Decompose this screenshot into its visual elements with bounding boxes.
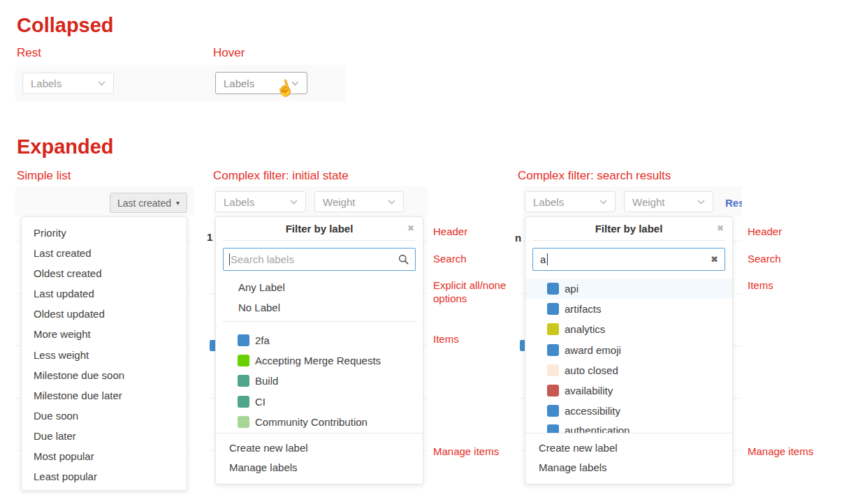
reset-labels-link[interactable]: Res <box>725 197 742 209</box>
search-labels-input[interactable] <box>223 248 416 271</box>
annotation-search: Search <box>433 252 517 265</box>
label-item[interactable]: award emoji <box>525 340 732 360</box>
annotation-all-none: Explicit all/none options <box>433 279 517 305</box>
label-item[interactable]: artifacts <box>525 299 732 319</box>
labels-dropdown-toggle[interactable]: Labels <box>215 191 306 212</box>
rest-state-label: Rest <box>17 46 41 60</box>
label-item[interactable]: Community Contribution <box>216 412 423 432</box>
labels-dropdown-toggle-rest[interactable]: Labels <box>22 73 114 94</box>
close-icon[interactable]: ✖ <box>407 217 414 240</box>
chevron-down-icon <box>290 200 298 205</box>
label-color-chip <box>238 355 249 366</box>
toggle-label: Labels <box>533 196 564 208</box>
annotation-header: Header <box>748 225 831 238</box>
label-item[interactable]: CI <box>216 392 423 412</box>
label-name: authentication <box>565 424 630 433</box>
annotation-header: Header <box>433 225 517 238</box>
annotation-manage-items: Manage items <box>433 445 517 458</box>
dropdown-menu-item[interactable]: Milestone due soon <box>22 365 187 385</box>
dropdown-menu-item[interactable]: No Label <box>216 297 423 318</box>
label-item[interactable]: auto closed <box>525 360 732 380</box>
dropdown-title: Filter by label <box>216 217 423 241</box>
dropdown-menu-item[interactable]: Due soon <box>22 406 187 426</box>
label-item[interactable]: authentication <box>525 421 732 433</box>
dropdown-header: Filter by label ✖ <box>525 217 732 240</box>
label-item[interactable]: 2fa <box>216 330 423 350</box>
dropdown-menu-item[interactable]: Oldest created <box>22 263 187 283</box>
dropdown-menu-item[interactable]: Oldest updated <box>22 304 187 324</box>
label-color-chip <box>547 283 559 295</box>
dropdown-menu-item[interactable]: Last updated <box>22 283 187 304</box>
label-name: api <box>565 283 579 295</box>
label-item[interactable]: analytics <box>525 319 732 339</box>
label-filter-dropdown-initial: Filter by label ✖ Any Label No Label <box>215 216 423 484</box>
label-item[interactable]: accessibility <box>525 401 732 421</box>
annotation-manage-items: Manage items <box>748 445 831 458</box>
background-text-fragment: 1 <box>207 231 212 243</box>
label-name: accessibility <box>565 405 620 417</box>
label-filter-dropdown-search: Filter by label ✖ ✖ api artifacts <box>525 216 733 484</box>
text-cursor <box>229 253 230 265</box>
search-labels-input[interactable] <box>532 248 725 271</box>
collapsed-section-heading: Collapsed <box>17 14 114 37</box>
label-name: analytics <box>565 323 605 335</box>
label-color-chip <box>547 405 559 417</box>
dropdown-header: Filter by label ✖ <box>216 217 423 240</box>
label-item[interactable]: Accepting Merge Requests <box>216 350 423 371</box>
label-color-chip <box>547 323 559 335</box>
label-name: 2fa <box>255 334 270 346</box>
clear-search-icon[interactable]: ✖ <box>711 248 718 271</box>
dropdown-footer: Create new label Manage labels <box>525 433 732 484</box>
label-color-chip <box>238 416 249 428</box>
footer-action[interactable]: Manage labels <box>525 458 732 477</box>
dropdown-title: Filter by label <box>525 217 732 241</box>
toggle-label: Last created <box>117 198 171 209</box>
label-color-chip <box>238 334 249 346</box>
chevron-down-icon <box>599 200 607 205</box>
dropdown-menu-item[interactable]: Last created <box>22 243 187 263</box>
weight-dropdown-toggle[interactable]: Weight <box>314 191 404 212</box>
label-name: artifacts <box>565 303 602 315</box>
footer-action[interactable]: Manage labels <box>216 458 423 477</box>
expanded-section-heading: Expanded <box>17 135 114 158</box>
weight-dropdown-toggle[interactable]: Weight <box>624 191 713 212</box>
caret-down-icon: ▾ <box>176 199 180 207</box>
text-cursor <box>547 253 548 265</box>
label-color-chip <box>547 344 559 356</box>
label-color-chip <box>238 375 249 387</box>
footer-action[interactable]: Create new label <box>216 438 423 458</box>
dropdown-menu-item[interactable]: Milestone due later <box>22 385 187 406</box>
label-item[interactable]: api <box>525 279 732 299</box>
label-name: Build <box>255 375 278 387</box>
sort-dropdown-toggle[interactable]: Last created ▾ <box>110 193 187 213</box>
all-none-options: Any Label No Label <box>216 271 423 318</box>
dropdown-menu-item[interactable]: More weight <box>22 324 187 344</box>
annotation-search: Search <box>748 252 831 265</box>
dropdown-menu-item[interactable]: Priority <box>22 223 187 243</box>
label-color-chip <box>238 396 249 408</box>
label-items-list: api artifacts analytics award emoji <box>525 271 732 433</box>
label-name: Community Contribution <box>255 416 368 428</box>
label-item[interactable]: Build <box>216 371 423 391</box>
toggle-label: Weight <box>323 196 355 208</box>
label-name: availability <box>565 385 613 396</box>
dropdown-menu-item[interactable]: Most popular <box>22 446 187 466</box>
footer-action[interactable]: Create new label <box>525 438 732 458</box>
chevron-down-icon <box>697 200 705 205</box>
dropdown-menu-item[interactable]: Due later <box>22 426 187 446</box>
dropdown-menu-item[interactable]: Any Label <box>216 277 423 297</box>
label-item[interactable]: availability <box>525 380 732 401</box>
page: Collapsed Rest Hover Labels Labels ☝ Exp… <box>0 0 851 504</box>
initial-state-label: Complex filter: initial state <box>213 169 349 183</box>
toggle-label: Labels <box>224 77 254 89</box>
dropdown-menu-item[interactable]: Least popular <box>22 466 187 487</box>
labels-dropdown-toggle[interactable]: Labels <box>525 191 616 212</box>
toggle-label: Labels <box>224 196 254 208</box>
dropdown-menu-item[interactable]: Less weight <box>22 345 187 365</box>
search-results-label: Complex filter: search results <box>518 169 671 183</box>
label-color-chip <box>547 385 559 396</box>
label-color-chip <box>547 364 559 376</box>
toggle-label: Labels <box>31 77 61 89</box>
close-icon[interactable]: ✖ <box>717 217 724 240</box>
dropdown-footer: Create new label Manage labels <box>216 433 423 484</box>
